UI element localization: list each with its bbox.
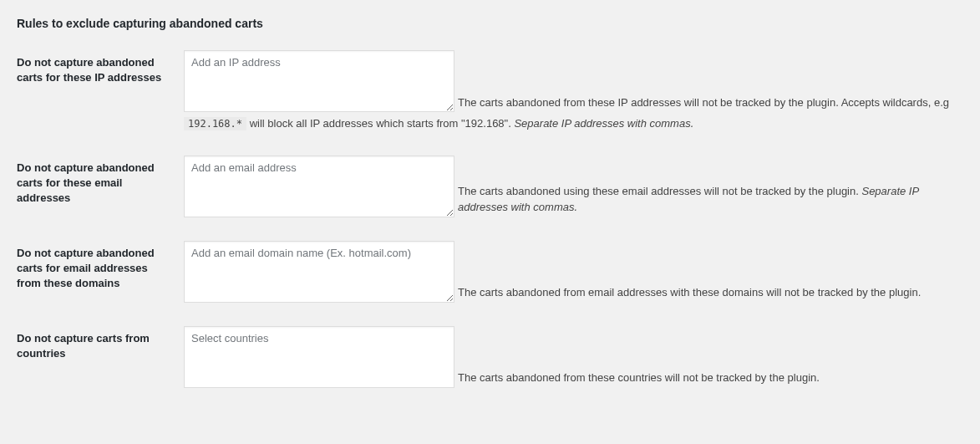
exclude-ip-desc: 192.168.* will block all IP addresses wh… xyxy=(184,115,963,132)
label-exclude-domain: Do not capture abandoned carts for email… xyxy=(17,241,184,292)
exclude-domain-desc: The carts abandoned from email addresses… xyxy=(458,284,963,303)
exclude-ip-input[interactable] xyxy=(184,50,454,112)
exclude-domain-input[interactable] xyxy=(184,241,454,303)
exclude-ip-desc-inline: The carts abandoned from these IP addres… xyxy=(458,94,963,113)
exclude-email-input[interactable] xyxy=(184,156,454,217)
exclude-country-placeholder: Select countries xyxy=(191,332,269,344)
label-exclude-email: Do not capture abandoned carts for these… xyxy=(17,156,184,207)
exclude-email-desc-inline: The carts abandoned using these email ad… xyxy=(458,183,963,217)
label-exclude-country: Do not capture carts from countries xyxy=(17,326,184,361)
section-title: Rules to exclude capturing abandoned car… xyxy=(17,17,963,30)
exclude-country-select[interactable]: Select countries xyxy=(184,326,454,388)
label-exclude-ip: Do not capture abandoned carts for these… xyxy=(17,50,184,85)
row-exclude-ip: Do not capture abandoned carts for these… xyxy=(17,50,963,132)
row-exclude-email: Do not capture abandoned carts for these… xyxy=(17,156,963,217)
exclude-country-desc: The carts abandoned from these countries… xyxy=(458,370,963,388)
ip-wildcard-code: 192.168.* xyxy=(184,117,246,130)
row-exclude-domain: Do not capture abandoned carts for email… xyxy=(17,241,963,303)
row-exclude-country: Do not capture carts from countries Sele… xyxy=(17,326,963,388)
